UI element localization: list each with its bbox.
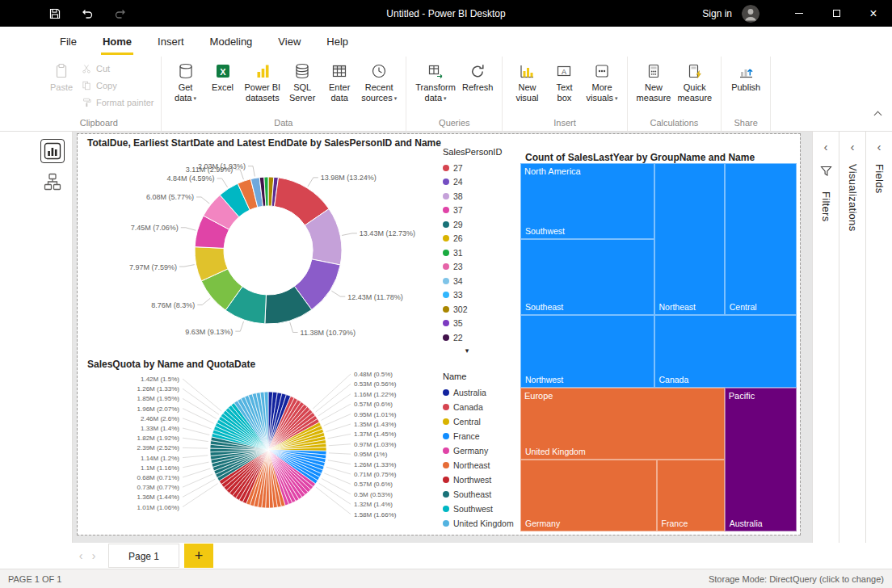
- close-button[interactable]: ×: [855, 0, 892, 27]
- button-label: Quickmeasure: [677, 82, 712, 103]
- legend-item-southeast[interactable]: Southeast: [443, 487, 512, 502]
- more-visuals-icon: [593, 62, 611, 80]
- transform-data-button[interactable]: Transformdata▾: [413, 60, 458, 103]
- legend-item-24[interactable]: 24: [443, 175, 512, 190]
- legend-item-central[interactable]: Central: [443, 414, 512, 429]
- legend-item-302[interactable]: 302: [443, 302, 512, 317]
- get-data-button[interactable]: Getdata▾: [168, 60, 204, 103]
- donut-chart[interactable]: 13.98M (13.24%)13.43M (12.73%)12.43M (11…: [81, 147, 441, 351]
- treemap-node-canada[interactable]: Canada: [654, 315, 797, 387]
- expand-panel-icon[interactable]: ‹: [824, 141, 828, 153]
- data-label: 0.71M (0.75%): [354, 471, 397, 478]
- visual-pie-chart[interactable]: SalesQuota by Name and QuotaDate 1.42M (…: [81, 357, 512, 531]
- model-view-icon[interactable]: [41, 170, 64, 193]
- legend-item-southwest[interactable]: Southwest: [443, 502, 512, 516]
- ribbon-group-buttons: PasteCutCopyFormat painter: [44, 60, 154, 116]
- treemap-node-northwest[interactable]: Northwest: [520, 315, 654, 387]
- menu-home[interactable]: Home: [90, 27, 145, 57]
- text-box-button[interactable]: ATextbox: [546, 60, 582, 103]
- new-visual-button[interactable]: Newvisual: [509, 60, 545, 103]
- legend-label: Southwest: [453, 504, 493, 514]
- panel-visualizations[interactable]: ‹Visualizations: [839, 132, 865, 543]
- button-label: Excel: [212, 82, 234, 93]
- menu-modeling[interactable]: Modeling: [197, 27, 266, 57]
- storage-mode-status[interactable]: Storage Mode: DirectQuery (click to chan…: [709, 574, 884, 584]
- sign-in-button[interactable]: Sign in: [702, 8, 732, 19]
- save-icon[interactable]: [47, 6, 63, 22]
- menu-file[interactable]: File: [47, 27, 90, 57]
- legend-item-27[interactable]: 27: [443, 161, 512, 175]
- redo-icon[interactable]: [112, 6, 128, 22]
- legend-item-26[interactable]: 26: [443, 232, 512, 246]
- visual-donut-chart[interactable]: TotalDue, Earliest StartDate and Latest …: [81, 136, 512, 355]
- undo-icon[interactable]: [79, 6, 95, 22]
- legend-item-31[interactable]: 31: [443, 246, 512, 260]
- report-view-icon[interactable]: [41, 140, 64, 162]
- treemap-node-northeast[interactable]: Northeast: [654, 163, 725, 315]
- legend-item-37[interactable]: 37: [443, 204, 512, 218]
- legend-item-22[interactable]: 22: [443, 330, 512, 345]
- panel-filters[interactable]: ‹Filters: [812, 132, 839, 543]
- expand-panel-icon[interactable]: ‹: [877, 141, 881, 153]
- treemap-node-central[interactable]: Central: [725, 163, 797, 315]
- menu-view[interactable]: View: [265, 27, 313, 57]
- legend-item-germany[interactable]: Germany: [443, 443, 512, 458]
- menu-insert[interactable]: Insert: [145, 27, 197, 57]
- menu-help[interactable]: Help: [313, 27, 361, 57]
- power-bi-datasets-button[interactable]: Power BIdatasets: [242, 60, 284, 103]
- legend-item-northeast[interactable]: Northeast: [443, 458, 512, 472]
- ribbon-collapse-button[interactable]: [875, 107, 881, 121]
- format-painter-button[interactable]: Format painter: [81, 97, 154, 108]
- expand-panel-icon[interactable]: ‹: [851, 141, 855, 153]
- legend-item-canada[interactable]: Canada: [443, 400, 512, 414]
- cut-button[interactable]: Cut: [81, 63, 154, 74]
- treemap-node-germany[interactable]: Germany: [520, 460, 657, 531]
- next-page-arrow[interactable]: ›: [87, 549, 100, 562]
- refresh-button[interactable]: Refresh: [460, 60, 496, 93]
- format-painter-icon: [81, 97, 92, 108]
- legend-title: Name: [443, 372, 512, 381]
- maximize-button[interactable]: [818, 0, 855, 27]
- enter-data-button[interactable]: Enterdata: [322, 60, 357, 103]
- data-label: 0.95M (1.01%): [354, 411, 397, 418]
- recent-sources-button[interactable]: Recentsources▾: [359, 60, 399, 103]
- button-label: Newmeasure: [637, 82, 671, 103]
- legend-item-33[interactable]: 33: [443, 288, 512, 303]
- publish-icon: [737, 62, 755, 80]
- data-label: 0.48M (0.5%): [354, 371, 393, 378]
- visual-treemap[interactable]: Count of SalesLastYear by GroupName and …: [519, 150, 798, 533]
- legend-item-23[interactable]: 23: [443, 260, 512, 275]
- minimize-button[interactable]: [780, 0, 818, 27]
- legend-item-united-kingdom[interactable]: United Kingdom: [443, 516, 512, 531]
- treemap-node-southeast[interactable]: Southeast: [520, 239, 654, 315]
- publish-button[interactable]: Publish: [728, 60, 764, 93]
- chevron-up-icon: [874, 111, 882, 120]
- legend-item-34[interactable]: 34: [443, 274, 512, 288]
- legend-dot: [443, 477, 449, 483]
- legend-label: 31: [453, 248, 463, 258]
- treemap-group-label-europe: Europe: [524, 391, 553, 401]
- legend-item-france[interactable]: France: [443, 429, 512, 443]
- prev-page-arrow[interactable]: ‹: [74, 549, 87, 562]
- more-visuals-button[interactable]: Morevisuals▾: [583, 60, 620, 103]
- treemap-node-france[interactable]: France: [657, 460, 725, 531]
- panel-fields[interactable]: ‹Fields: [865, 132, 892, 543]
- sql-server-button[interactable]: SQLServer: [284, 60, 320, 103]
- quick-measure-button[interactable]: Quickmeasure: [675, 60, 714, 103]
- excel-button[interactable]: XExcel: [205, 60, 241, 93]
- avatar[interactable]: [742, 5, 759, 23]
- pie-chart[interactable]: 1.42M (1.5%)1.26M (1.33%)1.85M (1.95%)1.…: [81, 370, 441, 530]
- treemap-node-australia[interactable]: Australia: [725, 388, 797, 531]
- legend-item-northwest[interactable]: Northwest: [443, 472, 512, 487]
- legend-item-38[interactable]: 38: [443, 189, 512, 204]
- legend-item-29[interactable]: 29: [443, 217, 512, 232]
- new-page-button[interactable]: +: [184, 544, 213, 568]
- legend-item-australia[interactable]: Australia: [443, 385, 512, 400]
- paste-button[interactable]: Paste: [44, 60, 79, 93]
- copy-button[interactable]: Copy: [81, 80, 154, 91]
- new-measure-button[interactable]: Newmeasure: [634, 60, 674, 103]
- legend-more-icon[interactable]: ▾: [443, 346, 491, 355]
- legend-label: 26: [453, 233, 463, 243]
- legend-item-35[interactable]: 35: [443, 317, 512, 331]
- page-tab[interactable]: Page 1: [108, 544, 179, 568]
